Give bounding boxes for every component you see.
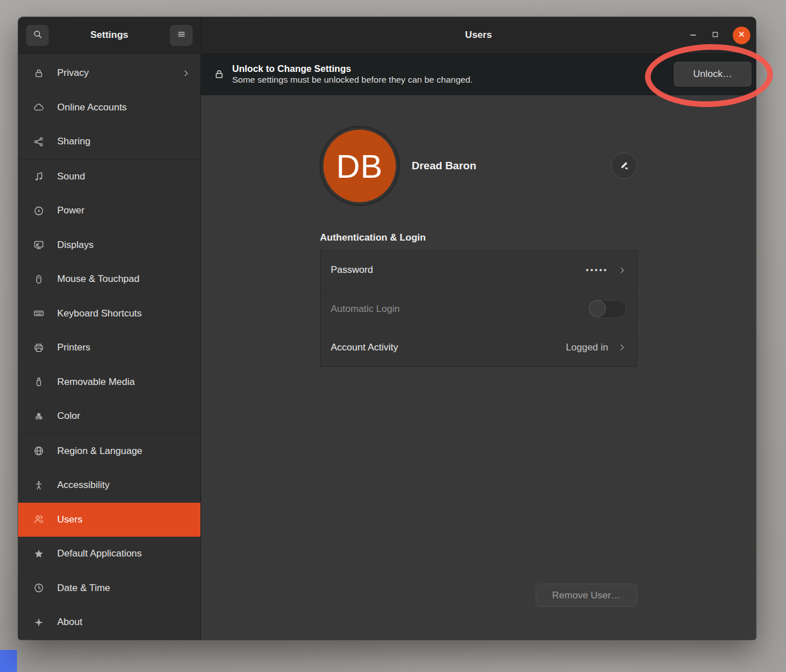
unlock-banner-subtitle: Some settings must be unlocked before th… [232, 75, 473, 85]
row-right [589, 300, 626, 318]
search-icon [33, 29, 42, 41]
sidebar-item-color[interactable]: Color [18, 399, 200, 434]
row-right: ••••• [586, 266, 626, 275]
sidebar-item-label: Date & Time [57, 583, 110, 594]
sidebar-item-label: Displays [57, 239, 93, 251]
mouse-icon [33, 274, 44, 285]
unlock-banner: Unlock to Change Settings Some settings … [201, 54, 756, 95]
page-title: Users [201, 29, 756, 41]
sidebar-item-users[interactable]: Users [18, 503, 200, 537]
sidebar-item-region-language[interactable]: Region & Language [18, 434, 200, 469]
footer-row: Remove User… [320, 584, 637, 640]
clock-icon [33, 583, 44, 593]
sidebar-item-label: Removable Media [57, 376, 135, 388]
sidebar-item-label: Privacy [57, 67, 89, 79]
sidebar-item-keyboard-shortcuts[interactable]: Keyboard Shortcuts [18, 297, 200, 331]
unlock-banner-text: Unlock to Change Settings Some settings … [232, 63, 473, 85]
row-password[interactable]: Password••••• [321, 251, 637, 289]
chevron-right-icon [618, 343, 626, 352]
sidebar-item-online-accounts[interactable]: Online Accounts [18, 91, 200, 125]
window-controls [689, 27, 756, 44]
row-account-activity[interactable]: Account ActivityLogged in [321, 328, 637, 366]
sidebar-item-label: Mouse & Touchpad [57, 273, 139, 285]
users-icon [33, 514, 44, 525]
maximize-button[interactable] [711, 31, 719, 40]
chevron-right-icon [182, 69, 190, 78]
sidebar-item-displays[interactable]: Displays [18, 228, 200, 263]
sidebar-item-label: Power [57, 205, 84, 216]
minimize-button[interactable] [689, 30, 698, 41]
unlock-button[interactable]: Unlock… [674, 62, 751, 87]
sparkle-icon [33, 617, 44, 628]
power-icon [33, 206, 44, 216]
sidebar-item-date-time[interactable]: Date & Time [18, 571, 200, 606]
sidebar: Settings PrivacyOnline AccountsSharingSo… [18, 17, 201, 640]
sidebar-item-accessibility[interactable]: Accessibility [18, 468, 200, 503]
printer-icon [33, 343, 44, 353]
sidebar-item-about[interactable]: About [18, 605, 200, 640]
sidebar-item-label: Printers [57, 342, 91, 353]
globe-icon [33, 446, 44, 456]
flash-drive-icon [33, 376, 44, 387]
auth-section-heading: Authentication & Login [320, 232, 637, 243]
sidebar-header: Settings [18, 17, 200, 54]
row-label: Password [331, 264, 373, 276]
color-icon [33, 411, 44, 422]
sidebar-item-power[interactable]: Power [18, 194, 200, 228]
menu-icon [177, 29, 186, 41]
keyboard-icon [33, 308, 44, 319]
sidebar-item-mouse-touchpad[interactable]: Mouse & Touchpad [18, 262, 200, 297]
lock-icon [213, 69, 225, 80]
cloud-icon [33, 102, 44, 113]
chevron-right-icon [618, 266, 626, 275]
user-profile-row: DB Dread Baron [320, 126, 637, 206]
row-value: Logged in [566, 342, 608, 353]
row-automatic-login: Automatic Login [321, 289, 637, 328]
users-panel: DB Dread Baron Authentication & Login Pa… [201, 95, 756, 640]
sidebar-item-removable-media[interactable]: Removable Media [18, 365, 200, 400]
primary-menu-button[interactable] [170, 25, 193, 46]
avatar[interactable]: DB [323, 130, 396, 202]
sidebar-item-privacy[interactable]: Privacy [18, 56, 200, 91]
row-right: Logged in [566, 342, 626, 353]
desktop-background: Settings PrivacyOnline AccountsSharingSo… [0, 0, 786, 672]
sidebar-item-printers[interactable]: Printers [18, 331, 200, 365]
sidebar-item-label: About [57, 617, 82, 628]
close-icon [737, 30, 746, 40]
main-pane: Users Unlock to Change Settings [201, 17, 756, 640]
user-full-name: Dread Baron [412, 160, 476, 172]
sidebar-item-default-applications[interactable]: Default Applications [18, 537, 200, 571]
maximize-icon [711, 31, 719, 40]
app-title: Settings [49, 29, 170, 41]
settings-window: Settings PrivacyOnline AccountsSharingSo… [18, 17, 756, 640]
sidebar-item-label: Online Accounts [57, 102, 127, 113]
sidebar-item-label: Region & Language [57, 446, 142, 457]
row-value: ••••• [586, 266, 608, 275]
search-button[interactable] [26, 25, 49, 46]
sidebar-nav: PrivacyOnline AccountsSharingSoundPowerD… [18, 54, 200, 640]
close-button[interactable] [733, 27, 750, 44]
sidebar-item-label: Users [57, 514, 82, 525]
header-bar: Users [201, 17, 756, 54]
row-label: Account Activity [331, 342, 398, 353]
automatic-login-toggle[interactable] [589, 300, 626, 318]
sidebar-item-sharing[interactable]: Sharing [18, 125, 200, 159]
music-note-icon [33, 171, 44, 182]
star-icon [33, 549, 44, 559]
share-icon [33, 136, 44, 147]
sidebar-item-label: Accessibility [57, 480, 110, 491]
sidebar-item-label: Keyboard Shortcuts [57, 308, 142, 319]
sidebar-item-sound[interactable]: Sound [18, 160, 200, 194]
lock-icon [33, 68, 44, 79]
sidebar-item-label: Default Applications [57, 548, 142, 559]
minimize-icon [689, 30, 698, 41]
auth-panel: Password•••••Automatic LoginAccount Acti… [320, 250, 637, 367]
sidebar-item-label: Sound [57, 171, 85, 182]
wallpaper-blue-patch [0, 650, 17, 672]
toggle-knob [589, 300, 606, 317]
display-icon [33, 239, 44, 250]
edit-name-button[interactable] [611, 153, 637, 179]
pencil-icon [619, 160, 630, 172]
unlock-banner-title: Unlock to Change Settings [232, 63, 473, 74]
remove-user-button[interactable]: Remove User… [536, 584, 637, 607]
